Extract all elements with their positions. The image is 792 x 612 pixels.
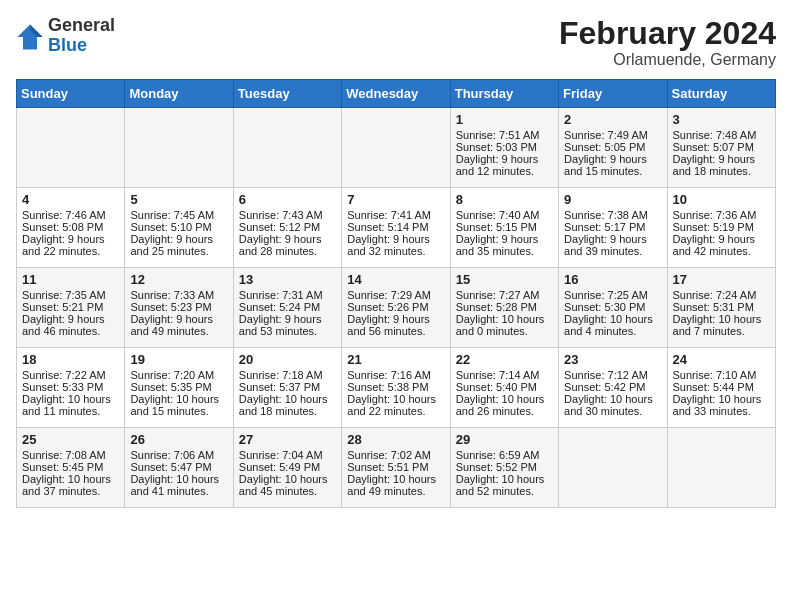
cell-content: Daylight: 9 hours: [347, 233, 444, 245]
cell-content: Sunrise: 7:10 AM: [673, 369, 770, 381]
cell-content: and 39 minutes.: [564, 245, 661, 257]
day-number: 16: [564, 272, 661, 287]
cell-content: Sunset: 5:23 PM: [130, 301, 227, 313]
calendar-cell: [559, 428, 667, 508]
calendar-cell: 25Sunrise: 7:08 AMSunset: 5:45 PMDayligh…: [17, 428, 125, 508]
cell-content: Daylight: 9 hours: [564, 233, 661, 245]
calendar-cell: 16Sunrise: 7:25 AMSunset: 5:30 PMDayligh…: [559, 268, 667, 348]
cell-content: Daylight: 10 hours: [456, 393, 553, 405]
cell-content: Sunrise: 7:20 AM: [130, 369, 227, 381]
calendar-cell: 19Sunrise: 7:20 AMSunset: 5:35 PMDayligh…: [125, 348, 233, 428]
calendar-body: 1Sunrise: 7:51 AMSunset: 5:03 PMDaylight…: [17, 108, 776, 508]
day-number: 24: [673, 352, 770, 367]
title-block: February 2024 Orlamuende, Germany: [559, 16, 776, 69]
cell-content: and 12 minutes.: [456, 165, 553, 177]
calendar-cell: [667, 428, 775, 508]
calendar-week: 18Sunrise: 7:22 AMSunset: 5:33 PMDayligh…: [17, 348, 776, 428]
calendar-week: 25Sunrise: 7:08 AMSunset: 5:45 PMDayligh…: [17, 428, 776, 508]
cell-content: and 15 minutes.: [130, 405, 227, 417]
cell-content: and 26 minutes.: [456, 405, 553, 417]
calendar-cell: 14Sunrise: 7:29 AMSunset: 5:26 PMDayligh…: [342, 268, 450, 348]
cell-content: Sunrise: 7:04 AM: [239, 449, 336, 461]
cell-content: and 7 minutes.: [673, 325, 770, 337]
calendar-cell: 23Sunrise: 7:12 AMSunset: 5:42 PMDayligh…: [559, 348, 667, 428]
calendar-cell: 22Sunrise: 7:14 AMSunset: 5:40 PMDayligh…: [450, 348, 558, 428]
cell-content: and 46 minutes.: [22, 325, 119, 337]
day-number: 7: [347, 192, 444, 207]
calendar-cell: 4Sunrise: 7:46 AMSunset: 5:08 PMDaylight…: [17, 188, 125, 268]
cell-content: Sunrise: 7:06 AM: [130, 449, 227, 461]
cell-content: Sunset: 5:28 PM: [456, 301, 553, 313]
page-header: General Blue February 2024 Orlamuende, G…: [16, 16, 776, 69]
day-number: 18: [22, 352, 119, 367]
cell-content: Sunrise: 7:18 AM: [239, 369, 336, 381]
cell-content: Sunrise: 7:40 AM: [456, 209, 553, 221]
cell-content: Sunset: 5:30 PM: [564, 301, 661, 313]
calendar-cell: 13Sunrise: 7:31 AMSunset: 5:24 PMDayligh…: [233, 268, 341, 348]
cell-content: Sunrise: 7:41 AM: [347, 209, 444, 221]
cell-content: Daylight: 9 hours: [347, 313, 444, 325]
cell-content: Sunset: 5:52 PM: [456, 461, 553, 473]
cell-content: Sunrise: 7:43 AM: [239, 209, 336, 221]
cell-content: Sunset: 5:38 PM: [347, 381, 444, 393]
cell-content: Sunrise: 7:48 AM: [673, 129, 770, 141]
day-number: 21: [347, 352, 444, 367]
calendar-cell: 17Sunrise: 7:24 AMSunset: 5:31 PMDayligh…: [667, 268, 775, 348]
day-number: 11: [22, 272, 119, 287]
day-number: 22: [456, 352, 553, 367]
cell-content: Sunrise: 7:08 AM: [22, 449, 119, 461]
cell-content: Daylight: 9 hours: [456, 153, 553, 165]
cell-content: Sunset: 5:17 PM: [564, 221, 661, 233]
cell-content: Daylight: 9 hours: [456, 233, 553, 245]
cell-content: Sunset: 5:44 PM: [673, 381, 770, 393]
cell-content: and 18 minutes.: [239, 405, 336, 417]
day-number: 19: [130, 352, 227, 367]
calendar-cell: [125, 108, 233, 188]
day-number: 13: [239, 272, 336, 287]
calendar-cell: 21Sunrise: 7:16 AMSunset: 5:38 PMDayligh…: [342, 348, 450, 428]
calendar-cell: 20Sunrise: 7:18 AMSunset: 5:37 PMDayligh…: [233, 348, 341, 428]
header-day: Thursday: [450, 80, 558, 108]
cell-content: and 15 minutes.: [564, 165, 661, 177]
cell-content: Sunrise: 7:25 AM: [564, 289, 661, 301]
cell-content: Daylight: 10 hours: [130, 393, 227, 405]
day-number: 6: [239, 192, 336, 207]
cell-content: Sunset: 5:03 PM: [456, 141, 553, 153]
cell-content: Sunset: 5:40 PM: [456, 381, 553, 393]
calendar-cell: 2Sunrise: 7:49 AMSunset: 5:05 PMDaylight…: [559, 108, 667, 188]
calendar-cell: 9Sunrise: 7:38 AMSunset: 5:17 PMDaylight…: [559, 188, 667, 268]
calendar-table: SundayMondayTuesdayWednesdayThursdayFrid…: [16, 79, 776, 508]
calendar-cell: 6Sunrise: 7:43 AMSunset: 5:12 PMDaylight…: [233, 188, 341, 268]
calendar-header: SundayMondayTuesdayWednesdayThursdayFrid…: [17, 80, 776, 108]
calendar-cell: [233, 108, 341, 188]
cell-content: Sunset: 5:05 PM: [564, 141, 661, 153]
cell-content: and 22 minutes.: [347, 405, 444, 417]
calendar-week: 11Sunrise: 7:35 AMSunset: 5:21 PMDayligh…: [17, 268, 776, 348]
day-number: 8: [456, 192, 553, 207]
cell-content: and 56 minutes.: [347, 325, 444, 337]
header-row: SundayMondayTuesdayWednesdayThursdayFrid…: [17, 80, 776, 108]
day-number: 3: [673, 112, 770, 127]
day-number: 29: [456, 432, 553, 447]
cell-content: Sunrise: 6:59 AM: [456, 449, 553, 461]
cell-content: and 49 minutes.: [347, 485, 444, 497]
cell-content: and 11 minutes.: [22, 405, 119, 417]
header-day: Tuesday: [233, 80, 341, 108]
day-number: 14: [347, 272, 444, 287]
cell-content: and 4 minutes.: [564, 325, 661, 337]
day-number: 20: [239, 352, 336, 367]
cell-content: Sunset: 5:35 PM: [130, 381, 227, 393]
cell-content: Sunrise: 7:45 AM: [130, 209, 227, 221]
cell-content: and 45 minutes.: [239, 485, 336, 497]
cell-content: Sunrise: 7:33 AM: [130, 289, 227, 301]
calendar-cell: [342, 108, 450, 188]
calendar-cell: 10Sunrise: 7:36 AMSunset: 5:19 PMDayligh…: [667, 188, 775, 268]
calendar-week: 1Sunrise: 7:51 AMSunset: 5:03 PMDaylight…: [17, 108, 776, 188]
cell-content: Sunset: 5:14 PM: [347, 221, 444, 233]
cell-content: Daylight: 10 hours: [456, 473, 553, 485]
cell-content: Daylight: 9 hours: [673, 153, 770, 165]
cell-content: Sunset: 5:24 PM: [239, 301, 336, 313]
cell-content: and 37 minutes.: [22, 485, 119, 497]
calendar-cell: 5Sunrise: 7:45 AMSunset: 5:10 PMDaylight…: [125, 188, 233, 268]
day-number: 28: [347, 432, 444, 447]
